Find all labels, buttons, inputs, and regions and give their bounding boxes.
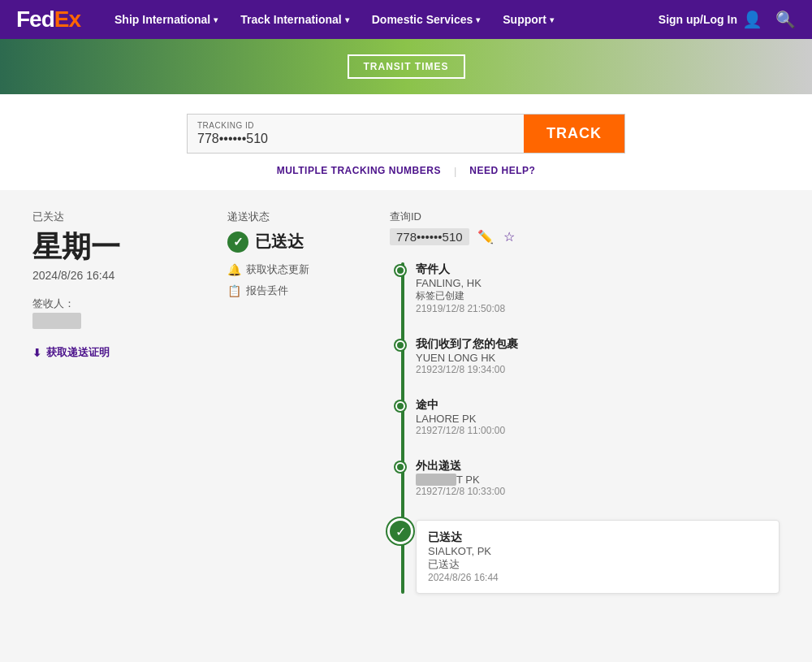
tracking-input-wrap: TRACKING ID bbox=[188, 115, 524, 153]
edit-tracking-button[interactable]: ✏️ bbox=[476, 227, 495, 246]
timeline-dot bbox=[395, 401, 405, 411]
timeline-delivered-card: 已送达 SIALKOT, PK 已送达 2024/8/26 16:44 bbox=[416, 520, 780, 594]
timeline-event-label: 外出递送 bbox=[416, 459, 780, 474]
timeline-location: YUEN LONG HK bbox=[416, 352, 780, 364]
timeline-item-delivered: ✓ 已送达 SIALKOT, PK 已送达 2024/8/26 16:44 bbox=[416, 520, 780, 594]
timeline: 寄件人 FANLING, HK 标签已创建 21919/12/8 21:50:0… bbox=[390, 262, 780, 594]
tracking-form: TRACKING ID TRACK bbox=[187, 114, 625, 154]
star-tracking-button[interactable]: ☆ bbox=[502, 227, 516, 246]
nav-support-label: Support bbox=[503, 13, 546, 26]
nav-track-international-label: Track International bbox=[240, 13, 341, 26]
track-international-chevron-icon: ▾ bbox=[345, 15, 349, 24]
timeline-dot bbox=[395, 340, 405, 350]
status-delivered-row: ✓ 已送达 bbox=[227, 231, 357, 253]
timeline-sublabel: 标签已创建 bbox=[416, 289, 780, 303]
timeline-dot bbox=[395, 266, 405, 275]
delivery-status-label: 递送状态 bbox=[227, 210, 357, 224]
track-button[interactable]: TRACK bbox=[524, 115, 624, 153]
timeline-event-label: 寄件人 bbox=[416, 262, 780, 277]
timeline-date: 21927/12/8 10:33:00 bbox=[416, 486, 780, 497]
delivery-date-label: 2024/8/26 16:44 bbox=[32, 269, 195, 282]
already-delivered-label: 已关达 bbox=[32, 210, 195, 224]
timeline-location: ████T PK bbox=[416, 474, 780, 486]
report-label: 报告丢件 bbox=[246, 283, 288, 298]
tracking-links: MULTIPLE TRACKING NUMBERS | NEED HELP? bbox=[277, 165, 536, 177]
cert-link-label: 获取递送证明 bbox=[46, 345, 110, 360]
action-links: 🔔 获取状态更新 📋 报告丢件 bbox=[227, 262, 357, 298]
timeline-location: LAHORE PK bbox=[416, 413, 780, 425]
refresh-label: 获取状态更新 bbox=[246, 262, 309, 277]
result-area: 已关达 星期一 2024/8/26 16:44 签收人： ⬇ 获取递送证明 递送… bbox=[16, 210, 796, 617]
nav-ship-international-label: Ship International bbox=[114, 13, 210, 26]
report-missing-link[interactable]: 📋 报告丢件 bbox=[227, 283, 357, 298]
refresh-icon: 🔔 bbox=[227, 263, 241, 276]
delivered-check-icon: ✓ bbox=[227, 231, 248, 253]
timeline-date: 21919/12/8 21:50:08 bbox=[416, 303, 780, 314]
query-id-value: 778••••••510 bbox=[390, 228, 469, 245]
timeline-item: 我们收到了您的包裹 YUEN LONG HK 21923/12/8 19:34:… bbox=[416, 337, 780, 375]
timeline-item: 寄件人 FANLING, HK 标签已创建 21919/12/8 21:50:0… bbox=[416, 262, 780, 314]
fedex-logo[interactable]: FedEx bbox=[16, 6, 80, 32]
nav-right: Sign up/Log In 👤 🔍 bbox=[659, 10, 796, 29]
refresh-status-link[interactable]: 🔔 获取状态更新 bbox=[227, 262, 357, 277]
right-panel: 查询ID 778••••••510 ✏️ ☆ 寄件人 FANLING, HK 标… bbox=[390, 210, 780, 617]
support-chevron-icon: ▾ bbox=[550, 15, 554, 24]
timeline-location: FANLING, HK bbox=[416, 277, 780, 289]
search-icon[interactable]: 🔍 bbox=[775, 10, 796, 29]
need-help-link[interactable]: NEED HELP? bbox=[469, 165, 535, 177]
signin-label: Sign up/Log In bbox=[659, 13, 737, 26]
nav-domestic-services[interactable]: Domestic Services ▾ bbox=[362, 0, 490, 39]
timeline-item: 途中 LAHORE PK 21927/12/8 11:00:00 bbox=[416, 398, 780, 436]
multiple-tracking-link[interactable]: MULTIPLE TRACKING NUMBERS bbox=[277, 165, 441, 177]
tracking-input[interactable] bbox=[197, 132, 514, 146]
timeline-event-label: 我们收到了您的包裹 bbox=[416, 337, 780, 352]
timeline-dot-delivered: ✓ bbox=[387, 518, 413, 544]
day-label: 星期一 bbox=[32, 227, 195, 267]
timeline-event-label-delivered: 已送达 bbox=[428, 530, 767, 545]
report-icon: 📋 bbox=[227, 284, 241, 297]
status-text: 已送达 bbox=[255, 231, 304, 253]
transit-times-button[interactable]: TRANSIT TIMES bbox=[348, 54, 465, 79]
download-icon: ⬇ bbox=[32, 347, 41, 359]
nav-domestic-services-label: Domestic Services bbox=[372, 13, 473, 26]
nav-links: Ship International ▾ Track International… bbox=[105, 0, 659, 39]
delivery-cert-link[interactable]: ⬇ 获取递送证明 bbox=[32, 345, 195, 360]
timeline-location-delivered: SIALKOT, PK bbox=[428, 545, 767, 557]
timeline-sublabel-delivered: 已送达 bbox=[428, 557, 767, 572]
hero-banner: TRANSIT TIMES bbox=[0, 39, 812, 94]
domestic-services-chevron-icon: ▾ bbox=[476, 15, 480, 24]
fedex-fed: Fed bbox=[16, 6, 54, 32]
nav-ship-international[interactable]: Ship International ▾ bbox=[105, 0, 227, 39]
timeline-date: 21927/12/8 11:00:00 bbox=[416, 425, 780, 436]
ship-international-chevron-icon: ▾ bbox=[214, 15, 218, 24]
tracking-links-separator: | bbox=[454, 165, 456, 177]
timeline-date: 21923/12/8 19:34:00 bbox=[416, 364, 780, 375]
signer-value bbox=[32, 313, 81, 329]
timeline-dot bbox=[395, 462, 405, 472]
query-id-label: 查询ID bbox=[390, 210, 780, 224]
tracking-section: TRACKING ID TRACK MULTIPLE TRACKING NUMB… bbox=[0, 94, 812, 190]
nav-support[interactable]: Support ▾ bbox=[493, 0, 564, 39]
navbar: FedEx Ship International ▾ Track Interna… bbox=[0, 0, 812, 39]
query-id-row: 778••••••510 ✏️ ☆ bbox=[390, 227, 780, 246]
timeline-item: 外出递送 ████T PK 21927/12/8 10:33:00 bbox=[416, 459, 780, 497]
signin-button[interactable]: Sign up/Log In 👤 bbox=[659, 10, 762, 29]
fedex-ex: Ex bbox=[54, 6, 80, 32]
nav-track-international[interactable]: Track International ▾ bbox=[231, 0, 358, 39]
timeline-date-delivered: 2024/8/26 16:44 bbox=[428, 572, 767, 583]
signer-label: 签收人： bbox=[32, 296, 195, 311]
timeline-event-label: 途中 bbox=[416, 398, 780, 413]
left-panel: 已关达 星期一 2024/8/26 16:44 签收人： ⬇ 获取递送证明 bbox=[32, 210, 195, 617]
user-icon: 👤 bbox=[742, 10, 762, 29]
middle-panel: 递送状态 ✓ 已送达 🔔 获取状态更新 📋 报告丢件 bbox=[227, 210, 357, 617]
tracking-id-label: TRACKING ID bbox=[197, 121, 514, 130]
